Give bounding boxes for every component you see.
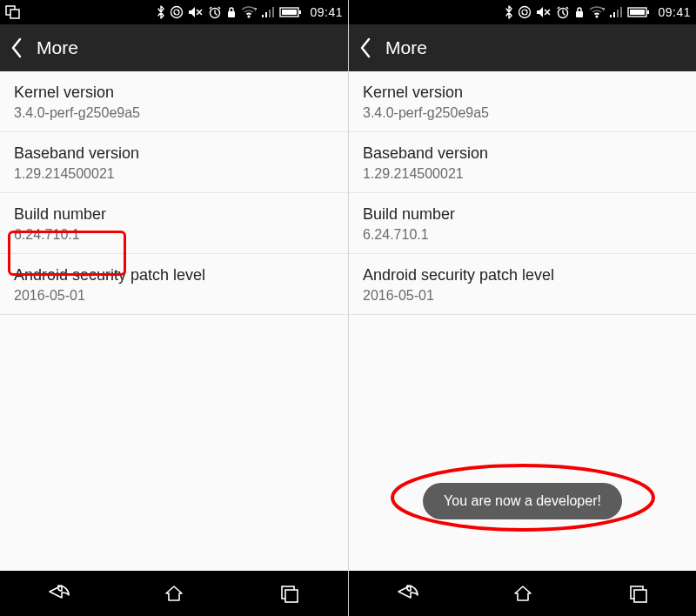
row-label: Build number [14, 205, 334, 224]
row-baseband-version[interactable]: Baseband version 1.29.214500021 [349, 132, 696, 193]
appbar-title: More [37, 37, 78, 58]
svg-rect-26 [630, 10, 645, 15]
row-baseband-version[interactable]: Baseband version 1.29.214500021 [0, 132, 348, 193]
clock-text: 09:41 [658, 5, 691, 19]
row-label: Build number [363, 205, 682, 224]
bluetooth-icon [157, 5, 165, 19]
svg-rect-18 [576, 11, 583, 17]
svg-point-16 [519, 7, 531, 18]
svg-rect-8 [265, 12, 267, 17]
navigation-bar [0, 571, 348, 616]
row-security-patch[interactable]: Android security patch level 2016-05-01 [0, 254, 348, 315]
row-label: Android security patch level [363, 266, 682, 285]
nav-home-button[interactable] [497, 576, 549, 611]
svg-rect-24 [620, 7, 622, 17]
row-label: Kernel version [363, 84, 682, 102]
svg-rect-1 [10, 10, 19, 18]
svg-text:?: ? [602, 7, 605, 12]
battery-icon [279, 6, 302, 18]
wifi-icon: ? [241, 6, 257, 18]
svg-rect-15 [285, 590, 298, 602]
cell-signal-icon [261, 6, 275, 18]
bluetooth-icon [505, 5, 513, 19]
phone-right: ? 09:41 More Kernel version 3.4.0-perf-g… [348, 0, 696, 616]
svg-rect-13 [299, 10, 301, 14]
row-value: 6.24.710.1 [14, 227, 334, 243]
settings-list: Kernel version 3.4.0-perf-g250e9a5 Baseb… [349, 71, 696, 571]
row-label: Baseband version [363, 144, 682, 163]
alarm-icon [556, 5, 570, 19]
back-button[interactable] [358, 36, 373, 60]
svg-rect-30 [634, 590, 646, 602]
alarm-icon [208, 5, 222, 19]
row-value: 2016-05-01 [363, 288, 682, 304]
svg-point-5 [248, 15, 251, 17]
nav-home-button[interactable] [148, 576, 200, 611]
phone-left: ? 09:41 More Kernel version 3.4.0-perf-g… [0, 0, 348, 616]
svg-rect-27 [647, 10, 649, 14]
row-kernel-version[interactable]: Kernel version 3.4.0-perf-g250e9a5 [0, 71, 348, 132]
svg-text:?: ? [254, 7, 257, 12]
row-value: 6.24.710.1 [363, 227, 682, 243]
nav-back-button[interactable] [381, 576, 433, 611]
lock-rotation-icon [574, 5, 585, 19]
mute-icon [188, 6, 204, 18]
svg-point-2 [171, 7, 183, 18]
row-label: Android security patch level [14, 266, 334, 285]
nav-recent-button[interactable] [264, 576, 316, 611]
row-value: 3.4.0-perf-g250e9a5 [363, 105, 682, 121]
svg-rect-10 [272, 7, 274, 17]
row-label: Baseband version [14, 144, 334, 163]
sync-icon [518, 5, 532, 19]
row-value: 1.29.214500021 [14, 166, 334, 182]
back-button[interactable] [9, 36, 24, 60]
mute-icon [536, 6, 552, 18]
nav-back-button[interactable] [32, 576, 84, 611]
svg-point-19 [596, 15, 599, 17]
row-build-number[interactable]: Build number 6.24.710.1 [0, 193, 348, 254]
svg-rect-9 [269, 10, 271, 17]
svg-rect-12 [282, 10, 297, 15]
two-phone-comparison: ? 09:41 More Kernel version 3.4.0-perf-g… [0, 0, 696, 616]
battery-icon [627, 6, 650, 18]
svg-rect-22 [613, 12, 615, 17]
appbar: More [0, 24, 348, 71]
sync-icon [170, 5, 184, 19]
clock-text: 09:41 [310, 5, 343, 19]
wifi-icon: ? [589, 6, 605, 18]
svg-rect-7 [262, 15, 264, 17]
screenshot-icon [5, 5, 21, 19]
row-label: Kernel version [14, 84, 334, 102]
svg-rect-21 [610, 15, 612, 17]
settings-list: Kernel version 3.4.0-perf-g250e9a5 Baseb… [0, 71, 348, 571]
svg-rect-23 [617, 10, 619, 17]
appbar-title: More [385, 37, 427, 58]
nav-recent-button[interactable] [612, 576, 665, 611]
row-kernel-version[interactable]: Kernel version 3.4.0-perf-g250e9a5 [349, 71, 696, 132]
statusbar: ? 09:41 [0, 0, 348, 24]
row-value: 3.4.0-perf-g250e9a5 [14, 105, 334, 121]
row-security-patch[interactable]: Android security patch level 2016-05-01 [349, 254, 696, 315]
navigation-bar [349, 571, 696, 616]
appbar: More [349, 24, 696, 71]
row-value: 2016-05-01 [14, 288, 334, 304]
row-value: 1.29.214500021 [363, 166, 682, 182]
cell-signal-icon [609, 6, 623, 18]
lock-rotation-icon [226, 5, 237, 19]
row-build-number[interactable]: Build number 6.24.710.1 [349, 193, 696, 254]
statusbar: ? 09:41 [349, 0, 696, 24]
svg-rect-4 [228, 11, 235, 17]
